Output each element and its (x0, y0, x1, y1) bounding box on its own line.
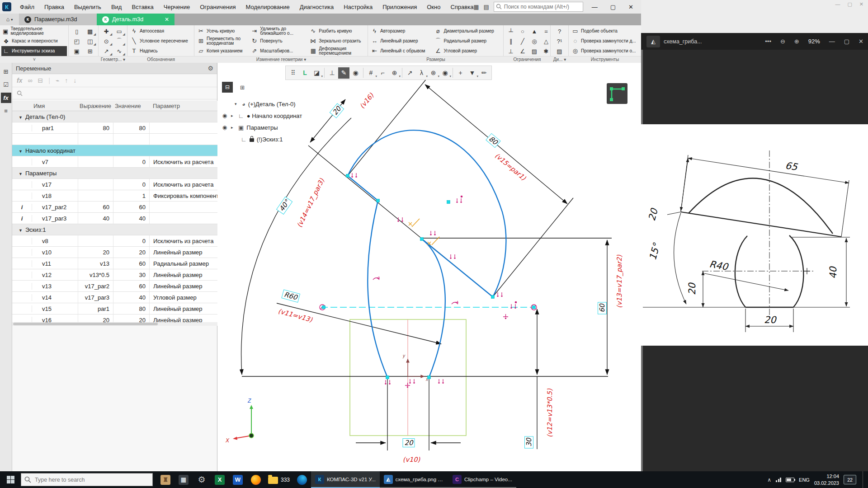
dim-value-v10[interactable]: 20 (402, 438, 415, 447)
expand-icon[interactable]: ▾ (235, 102, 239, 106)
word-icon[interactable]: W (229, 471, 247, 488)
network-icon[interactable] (776, 478, 781, 482)
collapse-ribbon-icon[interactable]: ˅ (33, 57, 36, 62)
column-header[interactable]: Выражение (78, 103, 113, 109)
variable-row[interactable]: v14v17_par340Угловой размер (12, 292, 217, 303)
menu-item-0[interactable]: Файл (15, 4, 39, 10)
minimize-icon[interactable]: — (835, 1, 840, 7)
eye-icon[interactable]: ◉ (221, 113, 228, 119)
column-header[interactable]: Параметр (149, 103, 217, 109)
deform-button[interactable]: ▦Деформация перемещением (308, 46, 366, 56)
variable-row[interactable]: iv17_par34040 (12, 213, 217, 224)
corner-snap-icon[interactable]: ⌐ (377, 67, 388, 79)
variable-row[interactable]: par18080 (12, 122, 217, 134)
help-question-icon[interactable]: ? (554, 27, 566, 36)
variable-row[interactable]: v70Исключить из расчета (12, 156, 217, 168)
group-row[interactable]: ▼Деталь (Тел-0) (12, 111, 217, 122)
excel-icon[interactable]: X (211, 471, 229, 488)
home-button[interactable]: ⌂▾ (0, 14, 19, 25)
close-icon[interactable]: ✕ (854, 38, 868, 45)
fx-variables-icon[interactable]: fx (1, 93, 11, 103)
object-similarity-button[interactable]: ▭Подобие объекта (570, 26, 640, 36)
refresh-view-icon[interactable]: ◉ (350, 67, 361, 79)
variable-row[interactable]: v102020Линейный размер (12, 247, 217, 258)
mushroom-schema-image[interactable]: 65 20 15° R40 20 40 20 (641, 124, 868, 346)
maximize-button[interactable]: ▢ (606, 4, 620, 10)
layout-window-icon[interactable]: ▦ (473, 4, 479, 10)
variable-row[interactable] (12, 134, 217, 145)
tray-expand-icon[interactable]: ∧ (767, 477, 771, 483)
group-row[interactable]: ▼Начало координат (12, 145, 217, 156)
clipboard-icon[interactable]: ▩◢ (84, 27, 96, 36)
rectangle-icon[interactable]: ▭◢ (113, 27, 125, 36)
mode-surfaces[interactable]: ❖Каркас и поверхности (1, 36, 67, 46)
sketch-mode-icon[interactable]: L (299, 67, 311, 79)
tab-detal[interactable]: К Деталь.m3d ✕ (97, 14, 175, 25)
taskbar-search-input[interactable] (21, 473, 153, 486)
rotate-button[interactable]: ↻Повернуть (249, 36, 308, 46)
tree-panel-icon[interactable]: ⊞ (1, 66, 11, 77)
check-object-icon[interactable]: ▨ (554, 47, 566, 56)
start-button[interactable] (0, 471, 21, 488)
auto-constraint-icon[interactable]: ✱ (540, 47, 552, 56)
more-options-icon[interactable]: ••• (760, 38, 776, 45)
eye-icon[interactable]: ◉ (221, 124, 228, 131)
dim-value-v12[interactable]: 30 (524, 436, 533, 448)
horizontal-scrollbar[interactable] (12, 322, 217, 326)
slope-constraint-icon[interactable]: ╱ (517, 37, 528, 46)
tab-parametry[interactable]: К Параметры.m3d (19, 14, 97, 25)
radial-dimension-button[interactable]: ⌒Радиальный размер (433, 36, 502, 46)
menu-item-6[interactable]: Ограничения (195, 4, 241, 10)
display-style-icon[interactable]: ◪▾ (311, 67, 322, 79)
variable-row[interactable]: v15par180Линейный размер (12, 303, 217, 314)
variable-row[interactable]: v12v13*0.530Линейный размер (12, 269, 217, 281)
new-document-icon[interactable]: ▯ (71, 27, 83, 36)
autodimension-button[interactable]: ϟАвторазмер (369, 26, 433, 36)
hamburger-icon[interactable]: ≡ (1, 106, 11, 116)
copy-by-point-button[interactable]: ▱Копия указанием (196, 46, 249, 56)
group-row[interactable]: ▼Параметры (12, 168, 217, 179)
move-by-coordinates-button[interactable]: ⊞Переместить по координатам (196, 36, 249, 46)
stylus-icon[interactable]: ✎ (338, 67, 349, 79)
print-icon[interactable]: ⊞ (84, 47, 96, 56)
menu-item-8[interactable]: Диагностика (295, 4, 339, 10)
battery-icon[interactable] (786, 478, 794, 482)
menu-item-11[interactable]: Окно (422, 4, 445, 10)
parallel-constraint-icon[interactable]: ∥ (505, 37, 517, 46)
grid-icon[interactable]: #▾ (365, 67, 377, 79)
firefox-icon[interactable] (247, 471, 265, 488)
language-indicator[interactable]: ENG (799, 477, 810, 483)
zoom-level[interactable]: 92% (804, 38, 825, 45)
conditional-intersection-button[interactable]: ╲Условное пересечение (129, 36, 193, 46)
color-picker-icon[interactable]: ✏ (478, 67, 490, 79)
command-search-input[interactable] (494, 2, 583, 12)
expand-icon[interactable]: ▸ (231, 113, 236, 118)
minimize-button[interactable]: — (588, 4, 602, 10)
sketch-points[interactable] (322, 174, 536, 379)
trim-curve-button[interactable]: ✂Усечь кривую (196, 26, 249, 36)
mode-sketch-tools[interactable]: ∟Инструменты эскиза (1, 46, 67, 56)
menu-item-10[interactable]: Приложения (377, 4, 422, 10)
taskbar-window-clipchamp[interactable]: CClipchamp – Video... (448, 471, 516, 488)
column-header[interactable]: Значение (113, 103, 149, 109)
variable-row[interactable]: iv17_par26060 (12, 202, 217, 213)
expand-icon[interactable]: ▸ (231, 125, 236, 130)
folder-333-button[interactable]: 333 (265, 471, 293, 488)
diametral-dimension-button[interactable]: ⌀Диаметральный размер (433, 26, 502, 36)
create-variable-icon[interactable]: fx (17, 77, 22, 84)
point-icon[interactable]: ✚◢ (100, 27, 112, 36)
split-curve-button[interactable]: ∿Разбить кривую (308, 26, 366, 36)
menu-item-5[interactable]: Черчение (159, 4, 195, 10)
fix-constraint-icon[interactable]: ▲ (528, 27, 540, 36)
menu-item-1[interactable]: Правка (39, 4, 69, 10)
castle-app-icon[interactable]: ♜ (156, 471, 175, 488)
maximize-icon[interactable]: ▢ (847, 1, 852, 7)
save-icon[interactable]: ▣ (71, 47, 83, 56)
check-closure-object-button[interactable]: ◎Проверка замкнутости о... (570, 46, 640, 56)
scale-button[interactable]: ⇗Масштабиров... (249, 46, 308, 56)
linear-dimension-button[interactable]: ↔Линейный размер (369, 36, 433, 46)
move-up-icon[interactable]: ↑ (65, 77, 68, 84)
symmetry-constraint-icon[interactable]: △ (540, 37, 552, 46)
menu-item-2[interactable]: Выделить (69, 4, 106, 10)
generic-app-icon[interactable]: ▦ (175, 471, 193, 488)
